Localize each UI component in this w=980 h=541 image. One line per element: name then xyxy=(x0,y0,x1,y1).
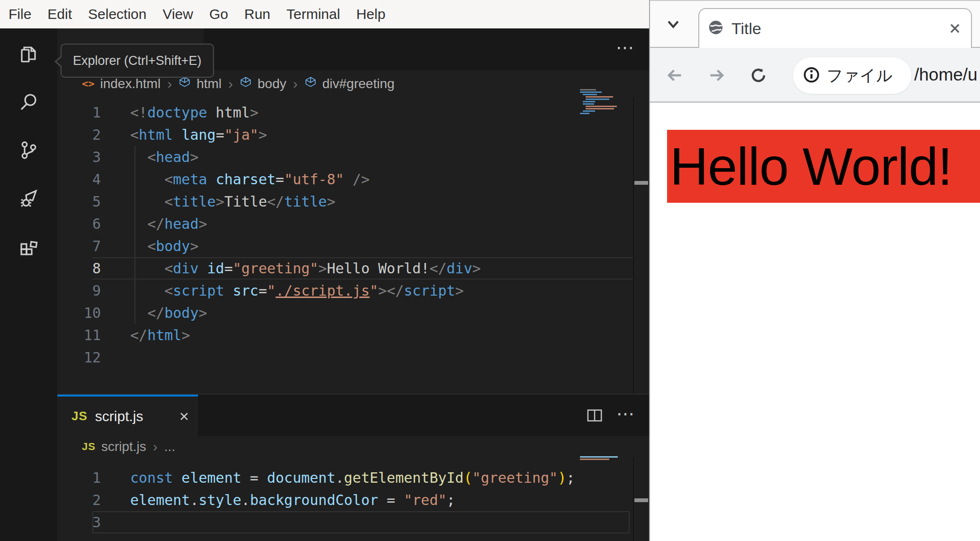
extensions-icon[interactable] xyxy=(17,234,41,258)
scrollbar-marker[interactable] xyxy=(634,181,648,185)
menu-item-view[interactable]: View xyxy=(154,0,201,28)
site-info-chip[interactable]: ファイル xyxy=(793,57,911,94)
line-number: 12 xyxy=(57,346,101,369)
close-icon[interactable] xyxy=(948,22,962,35)
browser-toolbar: ファイル /home/u xyxy=(650,48,980,102)
breadcrumb-item-html[interactable]: html xyxy=(196,76,222,91)
tab-label: script.js xyxy=(95,408,143,424)
code-line[interactable]: 7 <body> xyxy=(57,235,633,257)
chevron-right-icon: › xyxy=(292,76,299,92)
line-number: 3 xyxy=(57,511,101,533)
split-editor-button[interactable] xyxy=(583,395,606,436)
code-line[interactable]: 12 xyxy=(57,346,633,369)
code-line[interactable]: 3 xyxy=(57,511,633,533)
scrollbar-track xyxy=(633,457,634,541)
scrollbar-track xyxy=(633,97,634,395)
explorer-icon[interactable] xyxy=(17,43,41,66)
browser-tab[interactable]: Title xyxy=(698,8,972,48)
greeting-div: Hello World! xyxy=(667,130,980,203)
forward-button[interactable] xyxy=(708,67,725,84)
line-number: 2 xyxy=(57,124,101,146)
browser-window: Title xyxy=(649,0,980,541)
editor-more-actions-button[interactable]: ⋯ xyxy=(611,395,640,436)
breadcrumb-item-body[interactable]: body xyxy=(258,76,286,91)
reload-button[interactable] xyxy=(750,67,767,84)
browser-tab-strip: Title xyxy=(650,0,980,48)
vscode-window: FileEditSelectionViewGoRunTerminalHelp xyxy=(0,0,649,541)
chevron-right-icon: › xyxy=(166,76,173,92)
symbol-element-icon xyxy=(178,76,191,91)
code-line[interactable]: 8 <div id="greeting">Hello World!</div> xyxy=(57,257,633,280)
breadcrumb: JS script.js › ... xyxy=(57,436,633,457)
code-line[interactable]: 2<html lang="ja"> xyxy=(57,124,633,146)
code-line[interactable]: 1<!doctype html> xyxy=(57,101,633,124)
menu-item-selection[interactable]: Selection xyxy=(80,0,154,28)
code-line[interactable]: 5 <title>Title</title> xyxy=(57,190,633,213)
chevron-right-icon: › xyxy=(152,439,159,455)
line-number: 9 xyxy=(57,280,101,302)
menu-item-run[interactable]: Run xyxy=(236,0,278,28)
activity-bar xyxy=(0,28,57,541)
menu-item-file[interactable]: File xyxy=(0,0,39,28)
menu-item-edit[interactable]: Edit xyxy=(39,0,80,28)
code-line-content: </html> xyxy=(130,327,190,343)
code-line[interactable]: 10 </body> xyxy=(57,302,633,324)
run-debug-icon[interactable] xyxy=(17,186,41,210)
minimap-line xyxy=(586,108,614,109)
scrollbar-marker[interactable] xyxy=(634,498,648,502)
minimap-line xyxy=(580,459,609,460)
line-number: 4 xyxy=(57,168,101,190)
search-icon[interactable] xyxy=(17,90,41,114)
line-number: 7 xyxy=(57,235,101,257)
browser-page: Hello World! xyxy=(650,103,980,541)
editor-more-actions-button[interactable]: ⋯ xyxy=(611,28,639,70)
line-number: 8 xyxy=(57,257,101,280)
code-line-content: const element = document.getElementById(… xyxy=(130,469,575,486)
minimap-line xyxy=(586,106,617,107)
code-editor-js[interactable]: 1const element = document.getElementById… xyxy=(57,467,633,541)
code-line[interactable]: 6 </head> xyxy=(57,213,633,235)
code-line-content: element.style.backgroundColor = "red"; xyxy=(130,492,455,508)
tab-script-js[interactable]: JS script.js xyxy=(57,397,198,436)
file-scheme-label: ファイル xyxy=(827,65,892,87)
code-editor-html[interactable]: 1<!doctype html>2<html lang="ja">3 <head… xyxy=(57,101,633,369)
source-control-icon[interactable] xyxy=(17,138,41,162)
code-line[interactable]: 1const element = document.getElementById… xyxy=(57,467,633,489)
minimap-line xyxy=(583,110,595,112)
code-line[interactable]: 11</html> xyxy=(57,324,633,346)
breadcrumb-item-symbols[interactable]: ... xyxy=(164,439,175,454)
menu-bar: FileEditSelectionViewGoRunTerminalHelp xyxy=(0,0,649,28)
globe-icon xyxy=(708,19,724,37)
minimap-line xyxy=(580,89,596,90)
html-file-icon: <> xyxy=(82,78,95,90)
minimap-line xyxy=(580,456,618,458)
explorer-tooltip: Explorer (Ctrl+Shift+E) xyxy=(61,44,214,78)
code-line-content: <html lang="ja"> xyxy=(130,126,267,143)
line-number: 3 xyxy=(57,146,101,168)
window-top-border xyxy=(650,0,980,1)
minimap-line xyxy=(586,96,613,98)
code-line-content: <div id="greeting">Hello World!</div> xyxy=(130,260,481,277)
line-number: 11 xyxy=(57,324,101,346)
breadcrumb-item-div-greeting[interactable]: div#greeting xyxy=(322,76,395,91)
breadcrumb-item-file[interactable]: script.js xyxy=(101,439,146,454)
code-line[interactable]: 4 <meta charset="utf-8" /> xyxy=(57,168,633,190)
menu-item-go[interactable]: Go xyxy=(201,0,236,28)
greeting-text: Hello World! xyxy=(667,136,952,197)
breadcrumb-item-file[interactable]: index.html xyxy=(100,76,161,91)
line-number: 1 xyxy=(57,101,101,124)
chevron-down-icon[interactable] xyxy=(665,17,681,31)
line-number: 2 xyxy=(57,489,101,511)
info-icon xyxy=(802,66,820,86)
address-bar-url[interactable]: /home/u xyxy=(914,48,980,102)
code-line[interactable]: 2element.style.backgroundColor = "red"; xyxy=(57,489,633,511)
menu-item-terminal[interactable]: Terminal xyxy=(278,0,348,28)
back-button[interactable] xyxy=(666,67,683,84)
minimap-line xyxy=(583,94,597,95)
code-line[interactable]: 3 <head> xyxy=(57,146,633,168)
code-line[interactable]: 9 <script src="./script.js"></script> xyxy=(57,280,633,302)
menu-item-help[interactable]: Help xyxy=(348,0,393,28)
js-file-icon: JS xyxy=(71,409,88,424)
close-icon[interactable] xyxy=(179,411,189,422)
minimap-line xyxy=(580,113,589,114)
